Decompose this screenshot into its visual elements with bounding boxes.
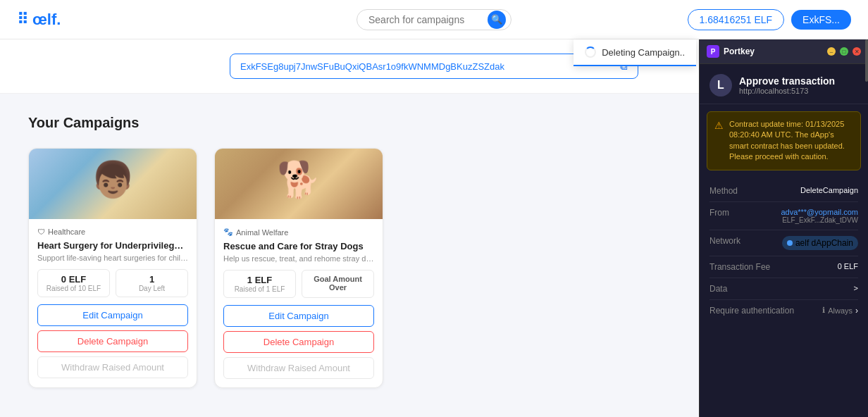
network-dot xyxy=(787,240,793,246)
category-label: Healthcare xyxy=(48,228,85,236)
search-button[interactable]: 🔍 xyxy=(488,11,506,29)
approve-title: Approve transaction xyxy=(739,75,858,87)
fee-row: Transaction Fee 0 ELF xyxy=(709,256,858,278)
wallet-label: ExkFS... xyxy=(802,14,840,25)
contract-warning: ⚠ Contract update time: 01/13/2025 08:20… xyxy=(707,111,861,170)
method-label: Method xyxy=(709,186,738,196)
header: ⠿ œlf. 🔍 1.68416251 ELF ExkFS... xyxy=(0,0,868,39)
animal-icon: 🐾 xyxy=(223,228,233,237)
campaign-title: Heart Surgery for Underprivileged C... xyxy=(37,240,188,251)
logo: ⠿ œlf. xyxy=(17,11,61,29)
data-row[interactable]: Data > xyxy=(709,278,858,300)
campaign-title: Rescue and Care for Stray Dogs xyxy=(223,241,374,251)
time-value: 1 xyxy=(123,274,180,285)
edit-label: Edit Campaign xyxy=(268,311,328,321)
stats-row: 0 ELF Raised of 10 ELF 1 Day Left xyxy=(37,269,188,297)
withdraw-label: Withdraw Raised Amount xyxy=(247,363,350,373)
network-badge: aelf dAppChain xyxy=(782,236,858,250)
wallet-address: ExkFSEg8upj7JnwSFuBuQxiQBAsr1o9fkWNMMDgB… xyxy=(240,61,504,72)
logo-icon: ⠿ xyxy=(17,11,28,29)
network-label: Network xyxy=(709,236,740,246)
wallet-button[interactable]: ExkFS... xyxy=(791,10,851,30)
stats-row: 1 ELF Raised of 1 ELF Goal Amount Over xyxy=(223,270,374,298)
from-value: adva***@yopmail.com ELF_ExkF...Zdak_tDVW xyxy=(781,208,858,224)
fee-label: Transaction Fee xyxy=(709,262,770,272)
withdraw-button[interactable]: Withdraw Raised Amount xyxy=(223,357,374,379)
withdraw-button[interactable]: Withdraw Raised Amount xyxy=(37,356,188,378)
method-value: DeleteCampaign xyxy=(800,186,858,194)
balance-value: 1.68416251 ELF xyxy=(700,14,773,25)
campaign-body: 🐾 Animal Welfare Rescue and Care for Str… xyxy=(215,219,383,387)
campaign-card: 🐾 Animal Welfare Rescue and Care for Str… xyxy=(214,148,383,388)
delete-label: Delete Campaign xyxy=(78,336,148,347)
warning-icon: ⚠ xyxy=(714,120,724,163)
raised-stat: 0 ELF Raised of 10 ELF xyxy=(37,269,110,297)
raised-value: 0 ELF xyxy=(45,274,102,285)
spinner-icon xyxy=(585,46,596,58)
goal-value: Goal Amount Over xyxy=(309,275,366,292)
campaign-card: 🛡 Healthcare Heart Surgery for Underpriv… xyxy=(28,148,197,388)
campaign-category: 🛡 Healthcare xyxy=(37,228,188,236)
from-label: From xyxy=(709,208,729,218)
balance-button[interactable]: 1.68416251 ELF xyxy=(688,9,785,30)
portkey-header-info: Approve transaction http://localhost:517… xyxy=(739,75,858,95)
edit-campaign-button[interactable]: Edit Campaign xyxy=(223,305,374,327)
campaign-image-animal xyxy=(215,149,383,219)
healthcare-icon: 🛡 xyxy=(37,228,45,236)
from-address: ELF_ExkF...Zdak_tDVW xyxy=(781,216,858,224)
require-chevron-icon: › xyxy=(855,306,858,316)
delete-label: Delete Campaign xyxy=(264,337,334,347)
portkey-title: Portkey xyxy=(724,46,823,56)
withdraw-label: Withdraw Raised Amount xyxy=(61,362,164,373)
warning-text: Contract update time: 01/13/2025 08:20:4… xyxy=(729,119,853,163)
close-button[interactable]: ✕ xyxy=(852,47,861,56)
network-value: aelf dAppChain xyxy=(795,238,853,248)
raised-label: Raised of 1 ELF xyxy=(231,285,288,293)
portkey-window-controls: – □ ✕ xyxy=(827,47,861,56)
portkey-header: L Approve transaction http://localhost:5… xyxy=(700,64,868,104)
edit-campaign-button[interactable]: Edit Campaign xyxy=(37,304,188,326)
goal-status: Goal Amount Over xyxy=(302,270,374,298)
portkey-avatar: L xyxy=(709,74,732,97)
fee-value: 0 ELF xyxy=(838,262,858,270)
require-value: ℹ Always › xyxy=(822,306,858,316)
deleting-text: Deleting Campaign.. xyxy=(602,47,685,58)
campaign-image-healthcare xyxy=(29,149,197,219)
deleting-indicator: Deleting Campaign.. xyxy=(574,39,696,66)
portkey-details: Method DeleteCampaign From adva***@yopma… xyxy=(700,178,868,417)
campaign-description: Help us rescue, treat, and rehome stray … xyxy=(223,254,374,263)
from-row: From adva***@yopmail.com ELF_ExkF...Zdak… xyxy=(709,202,858,230)
data-label: Data xyxy=(709,284,727,294)
category-label: Animal Welfare xyxy=(236,228,288,237)
campaign-body: 🛡 Healthcare Heart Surgery for Underpriv… xyxy=(29,219,197,387)
portkey-panel: P Portkey – □ ✕ L Approve transaction ht… xyxy=(699,39,868,417)
require-row: Require authentication ℹ Always › xyxy=(709,300,858,321)
search-wrapper: 🔍 xyxy=(356,9,512,30)
search-icon: 🔍 xyxy=(491,14,502,25)
require-label: Require authentication xyxy=(709,306,794,316)
require-setting: Always xyxy=(828,306,852,315)
portkey-titlebar: P Portkey – □ ✕ xyxy=(700,39,868,64)
raised-label: Raised of 10 ELF xyxy=(45,285,102,292)
minimize-button[interactable]: – xyxy=(827,47,836,56)
method-row: Method DeleteCampaign xyxy=(709,180,858,202)
raised-stat: 1 ELF Raised of 1 ELF xyxy=(223,270,296,298)
time-label: Day Left xyxy=(123,285,180,292)
logo-text: œlf. xyxy=(32,11,61,29)
from-email: adva***@yopmail.com xyxy=(781,208,858,216)
delete-campaign-button[interactable]: Delete Campaign xyxy=(37,330,188,352)
time-stat: 1 Day Left xyxy=(116,269,188,297)
require-info-icon: ℹ xyxy=(822,306,825,315)
network-row: Network aelf dAppChain xyxy=(709,230,858,256)
campaign-category: 🐾 Animal Welfare xyxy=(223,228,374,237)
edit-label: Edit Campaign xyxy=(82,310,142,320)
campaign-description: Support life-saving heart surgeries for … xyxy=(37,254,188,262)
delete-campaign-button[interactable]: Delete Campaign xyxy=(223,331,374,353)
portkey-logo-icon: P xyxy=(707,45,719,58)
data-chevron-icon: > xyxy=(854,284,858,294)
dapp-url: http://localhost:5173 xyxy=(739,87,858,95)
maximize-button[interactable]: □ xyxy=(840,47,848,56)
raised-value: 1 ELF xyxy=(231,275,288,285)
